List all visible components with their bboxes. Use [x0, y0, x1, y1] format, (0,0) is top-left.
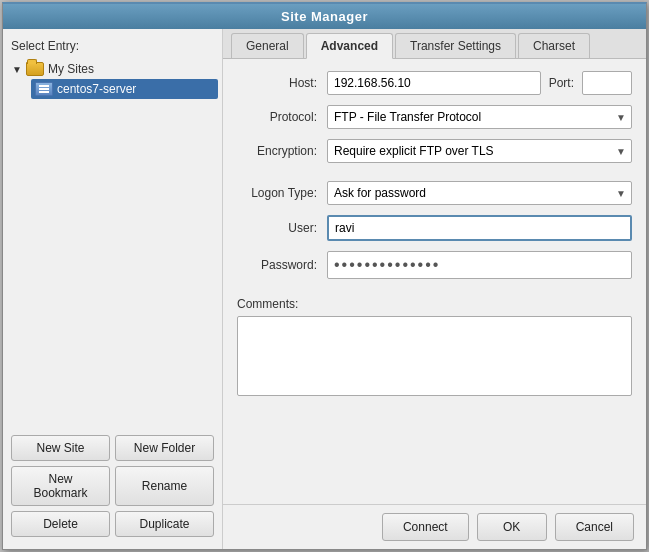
tree-root-my-sites[interactable]: ▼ My Sites — [7, 59, 218, 79]
tab-charset[interactable]: Charset — [518, 33, 590, 58]
tabs-bar: General Advanced Transfer Settings Chars… — [223, 29, 646, 59]
password-row: Password: •••••••••••••• — [237, 251, 632, 279]
comments-section: Comments: — [237, 297, 632, 399]
user-input[interactable] — [327, 215, 632, 241]
encryption-row: Encryption: Require explicit FTP over TL… — [237, 139, 632, 163]
encryption-select-wrapper: Require explicit FTP over TLS Use explic… — [327, 139, 632, 163]
server-icon — [35, 82, 53, 96]
new-site-button[interactable]: New Site — [11, 435, 110, 461]
delete-button[interactable]: Delete — [11, 511, 110, 537]
left-panel: Select Entry: ▼ My Sites centos7-server … — [3, 29, 223, 549]
rename-button[interactable]: Rename — [115, 466, 214, 506]
host-input[interactable] — [327, 71, 541, 95]
tree-toggle-icon[interactable]: ▼ — [11, 63, 23, 75]
title-bar: Site Manager — [3, 4, 646, 29]
encryption-select[interactable]: Require explicit FTP over TLS Use explic… — [327, 139, 632, 163]
dialog-body: Select Entry: ▼ My Sites centos7-server … — [3, 29, 646, 549]
protocol-label: Protocol: — [237, 110, 327, 124]
tab-advanced[interactable]: Advanced — [306, 33, 393, 59]
logon-type-row: Logon Type: Ask for password Normal Anon… — [237, 181, 632, 205]
bottom-buttons: Connect OK Cancel — [223, 504, 646, 549]
comments-label: Comments: — [237, 297, 632, 311]
logon-type-label: Logon Type: — [237, 186, 327, 200]
user-label: User: — [237, 221, 327, 235]
logon-type-select-wrapper: Ask for password Normal Anonymous Intera… — [327, 181, 632, 205]
right-panel: General Advanced Transfer Settings Chars… — [223, 29, 646, 549]
protocol-select[interactable]: FTP - File Transfer Protocol SFTP - SSH … — [327, 105, 632, 129]
tree-root-label: My Sites — [48, 62, 94, 76]
site-tree: ▼ My Sites centos7-server — [3, 57, 222, 429]
port-label: Port: — [549, 76, 574, 90]
site-manager-dialog: Site Manager Select Entry: ▼ My Sites ce… — [2, 2, 647, 550]
tab-transfer-settings[interactable]: Transfer Settings — [395, 33, 516, 58]
host-row: Host: Port: — [237, 71, 632, 95]
host-label: Host: — [237, 76, 327, 90]
connect-button[interactable]: Connect — [382, 513, 469, 541]
duplicate-button[interactable]: Duplicate — [115, 511, 214, 537]
ok-button[interactable]: OK — [477, 513, 547, 541]
comments-textarea[interactable] — [237, 316, 632, 396]
tab-general[interactable]: General — [231, 33, 304, 58]
form-area: Host: Port: Protocol: FTP - File Transfe… — [223, 59, 646, 504]
tree-item-label: centos7-server — [57, 82, 136, 96]
password-input[interactable]: •••••••••••••• — [327, 251, 632, 279]
tree-item-centos7[interactable]: centos7-server — [31, 79, 218, 99]
port-input[interactable] — [582, 71, 632, 95]
user-row: User: — [237, 215, 632, 241]
select-entry-label: Select Entry: — [3, 35, 222, 57]
encryption-label: Encryption: — [237, 144, 327, 158]
cancel-button[interactable]: Cancel — [555, 513, 634, 541]
dialog-title: Site Manager — [281, 9, 368, 24]
folder-icon — [26, 62, 44, 76]
logon-type-select[interactable]: Ask for password Normal Anonymous Intera… — [327, 181, 632, 205]
new-bookmark-button[interactable]: New Bookmark — [11, 466, 110, 506]
password-label: Password: — [237, 258, 327, 272]
new-folder-button[interactable]: New Folder — [115, 435, 214, 461]
protocol-select-wrapper: FTP - File Transfer Protocol SFTP - SSH … — [327, 105, 632, 129]
left-buttons: New Site New Folder New Bookmark Rename … — [3, 429, 222, 543]
tree-children: centos7-server — [31, 79, 218, 99]
protocol-row: Protocol: FTP - File Transfer Protocol S… — [237, 105, 632, 129]
